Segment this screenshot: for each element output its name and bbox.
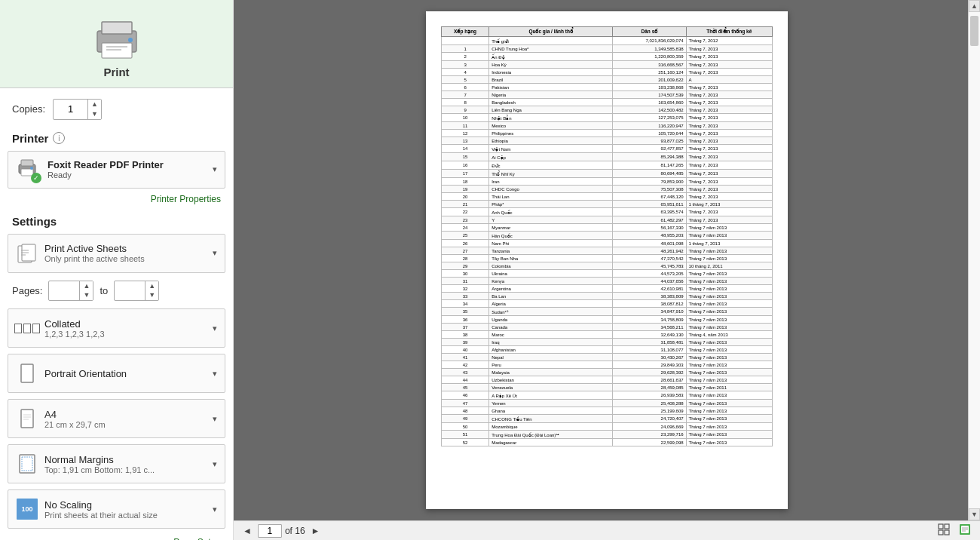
copies-down-button[interactable]: ▼: [88, 109, 101, 119]
table-cell: 43: [442, 369, 489, 376]
grid-view-button[interactable]: [935, 522, 953, 539]
table-cell: 45: [442, 384, 489, 391]
table-cell: 37: [442, 324, 489, 331]
table-row: 49CHCONG Tiều Tiên24,720,407Tháng 7 năm …: [442, 415, 773, 423]
pages-from-up[interactable]: ▲: [80, 281, 93, 291]
margins-svg-icon: [19, 454, 35, 474]
table-row: 27Tanzania48,261,942Tháng 7 năm 2013: [442, 247, 773, 255]
vertical-scrollbar[interactable]: ▲ ▼: [968, 0, 980, 520]
copies-up-button[interactable]: ▲: [88, 100, 101, 109]
paper-icon: [20, 409, 35, 428]
table-cell: 39: [442, 339, 489, 346]
page-setup-link[interactable]: Page Setup: [173, 537, 221, 540]
table-cell: 32: [442, 285, 489, 293]
table-header-row: Xếp hạng Quốc gia / lãnh thổ Dân số Thời…: [442, 27, 773, 37]
margins-text: Normal Margins Top: 1,91 cm Bottom: 1,91…: [44, 454, 207, 474]
scrollbar-track[interactable]: [969, 12, 980, 508]
table-cell: Tháng 7 năm 2013: [686, 361, 772, 369]
table-cell: Venezuela: [489, 384, 613, 391]
printer-properties-link[interactable]: Printer Properties: [151, 194, 221, 204]
table-row: 41Nepal30,430,267Tháng 7 năm 2013: [442, 354, 773, 361]
table-cell: Tháng 7 năm 2013: [686, 232, 772, 240]
left-panel: Print Copies: ▲ ▼ Printer i ✓ Foxit R: [0, 0, 234, 540]
collated-dropdown[interactable]: Collated 1,2,3 1,2,3 1,2,3 ▾: [8, 308, 225, 348]
margins-sub: Top: 1,91 cm Bottom: 1,91 c...: [44, 465, 207, 474]
table-cell: Canada: [489, 324, 613, 331]
table-cell: CHND Trung Hoa²: [489, 45, 613, 53]
svg-point-9: [30, 167, 33, 170]
collated-arrow: ▾: [213, 324, 217, 333]
table-cell: 1,220,800,359: [613, 53, 686, 61]
prev-page-button[interactable]: ◄: [240, 524, 255, 538]
scroll-down-button[interactable]: ▼: [969, 508, 980, 520]
printer-section-header: Printer i: [0, 127, 233, 148]
table-cell: Pháp³: [489, 201, 613, 208]
active-sheets-main: Print Active Sheets: [44, 243, 207, 254]
table-cell: 36: [442, 316, 489, 324]
settings-page-button[interactable]: [956, 522, 974, 539]
table-row: Thế giới7,021,836,029,074Tháng 7, 2012: [442, 37, 773, 45]
table-row: 12Philippines105,720,644Tháng 7, 2013: [442, 130, 773, 137]
paper-sheet: Xếp hạng Quốc gia / lãnh thổ Dân số Thời…: [426, 11, 788, 509]
copies-input[interactable]: [54, 101, 87, 117]
table-cell: Tháng 7, 2013: [686, 130, 772, 137]
table-cell: 22,599,098: [613, 439, 686, 446]
table-cell: Tháng 7, 2013: [686, 106, 772, 114]
table-cell: Ai Cập: [489, 153, 613, 161]
table-cell: Tháng 7, 2013: [686, 99, 772, 106]
table-cell: 85,294,388: [613, 153, 686, 161]
active-sheets-dropdown[interactable]: Print Active Sheets Only print the activ…: [8, 234, 225, 273]
collated-main: Collated: [44, 318, 207, 330]
orientation-arrow: ▾: [213, 369, 217, 379]
table-cell: Tháng 7 năm 2013: [686, 376, 772, 384]
table-cell: Indonesia: [489, 69, 613, 76]
grid-icon: [938, 523, 950, 535]
table-cell: 251,160,124: [613, 69, 686, 76]
copies-label: Copies:: [12, 103, 45, 115]
svg-rect-15: [21, 364, 33, 382]
table-cell: 79,853,900: [613, 178, 686, 186]
table-cell: 127,253,075: [613, 114, 686, 122]
table-cell: 30: [442, 270, 489, 278]
margins-dropdown[interactable]: Normal Margins Top: 1,91 cm Bottom: 1,91…: [8, 444, 225, 483]
scroll-up-button[interactable]: ▲: [969, 0, 980, 12]
table-cell: Hoa Kỳ: [489, 61, 613, 69]
table-cell: 31: [442, 278, 489, 285]
table-cell: 28,459,085: [613, 384, 686, 391]
pages-label: Pages:: [12, 285, 42, 296]
table-cell: 193,238,868: [613, 84, 686, 91]
active-sheets-arrow: ▾: [213, 248, 217, 258]
table-row: 18Iran79,853,900Tháng 7, 2013: [442, 178, 773, 186]
pages-to-up[interactable]: ▲: [145, 281, 158, 291]
next-page-button[interactable]: ►: [308, 524, 323, 538]
table-cell: 105,720,644: [613, 130, 686, 137]
table-cell: 1 tháng 7, 2013: [686, 201, 772, 208]
table-cell: Tây Ban Nha: [489, 255, 613, 262]
current-page-input[interactable]: [259, 525, 281, 537]
table-cell: Tháng 7 năm 2013: [686, 369, 772, 376]
table-cell: 75,507,308: [613, 186, 686, 193]
paper-size-dropdown[interactable]: A4 21 cm x 29,7 cm ▾: [8, 399, 225, 438]
info-icon[interactable]: i: [53, 132, 65, 144]
pages-from-down[interactable]: ▼: [80, 290, 93, 300]
pages-from-input[interactable]: [49, 283, 79, 299]
table-cell: 34,847,910: [613, 308, 686, 316]
table-cell: 41: [442, 354, 489, 361]
table-cell: Tháng 7, 2013: [686, 61, 772, 69]
scaling-dropdown[interactable]: 100 No Scaling Print sheets at their act…: [8, 489, 225, 529]
col-date: Thời điểm thống kê: [686, 27, 772, 37]
pages-to-input[interactable]: [115, 283, 145, 299]
scrollbar-thumb[interactable]: [970, 16, 978, 46]
table-cell: Tháng 7, 2013: [686, 161, 772, 170]
col-sheet-1: [14, 324, 22, 333]
table-row: 16Đức81,147,265Tháng 7, 2013: [442, 161, 773, 170]
pages-to-down[interactable]: ▼: [145, 290, 158, 300]
table-cell: Tháng 7 năm 2013: [686, 415, 772, 423]
pages-to-label: to: [100, 285, 108, 296]
table-cell: Tháng 7 năm 2013: [686, 300, 772, 308]
table-cell: 48: [442, 407, 489, 415]
orientation-dropdown[interactable]: Portrait Orientation ▾: [8, 354, 225, 393]
printer-box[interactable]: ✓ Foxit Reader PDF Printer Ready ▾: [8, 151, 225, 189]
table-cell: Bangladesh: [489, 99, 613, 106]
table-cell: Việt Nam: [489, 145, 613, 153]
